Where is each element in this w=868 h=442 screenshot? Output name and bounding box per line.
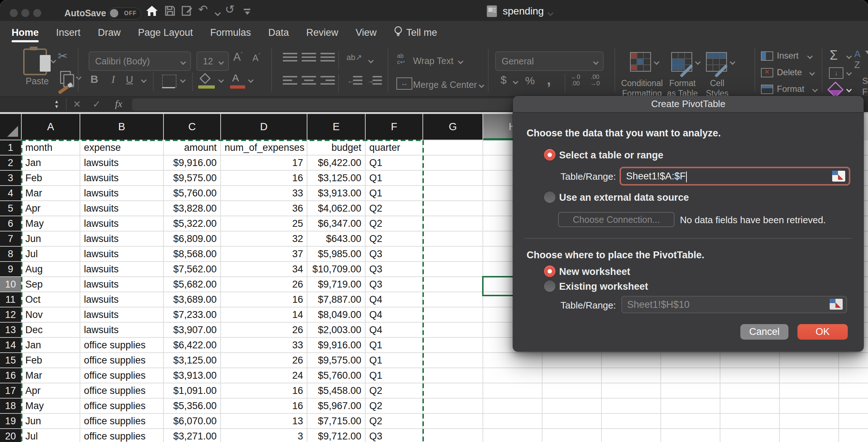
font-color-chevron-icon[interactable] <box>248 77 254 83</box>
align-left-icon[interactable] <box>283 75 297 86</box>
cell-A17[interactable]: Apr <box>22 383 80 399</box>
placement-range-input[interactable]: Sheet1!$H$10 <box>621 296 847 313</box>
merge-center-icon[interactable]: ↔ <box>396 77 412 90</box>
cell-E19[interactable]: $7,715.00 <box>307 414 366 429</box>
toolbar-options-chevron-icon[interactable] <box>245 12 250 15</box>
cell-M15[interactable] <box>780 353 839 368</box>
cell-D13[interactable]: 26 <box>221 323 307 338</box>
decrease-indent-icon[interactable]: ← <box>348 75 362 86</box>
row-header-5[interactable]: 5 <box>0 201 22 216</box>
cell-I18[interactable] <box>542 399 602 414</box>
format-cells-icon[interactable] <box>761 85 773 94</box>
tab-view[interactable]: View <box>356 27 376 38</box>
row-header-12[interactable]: 12 <box>0 307 22 323</box>
decrease-decimal-icon[interactable]: ←0 .00 <box>571 74 580 87</box>
tab-review[interactable]: Review <box>306 27 339 38</box>
sort-filter-button[interactable]: Sort <box>862 76 868 86</box>
insert-cells-button[interactable]: Insert <box>777 51 799 61</box>
column-header-G[interactable]: G <box>423 114 483 140</box>
align-top-icon[interactable] <box>283 52 297 63</box>
format-as-table-icon[interactable] <box>671 52 692 72</box>
cell-G16[interactable] <box>423 368 483 383</box>
cell-D16[interactable]: 24 <box>221 368 307 383</box>
cell-F16[interactable]: Q1 <box>366 368 423 383</box>
cell-B7[interactable]: lawsuits <box>80 231 164 247</box>
home-icon[interactable] <box>145 5 158 17</box>
format-cells-button[interactable]: Format <box>777 84 804 94</box>
cell-K20[interactable] <box>661 429 720 442</box>
cell-D1[interactable]: num_of_expenses <box>221 140 307 156</box>
row-header-4[interactable]: 4 <box>0 186 22 201</box>
cell-N15[interactable] <box>839 353 868 368</box>
cell-N17[interactable] <box>839 383 868 399</box>
cell-F3[interactable]: Q1 <box>366 171 423 186</box>
cell-B16[interactable]: office supplies <box>80 368 164 383</box>
fill-chevron-icon[interactable] <box>846 70 852 76</box>
cell-D6[interactable]: 25 <box>221 216 307 231</box>
cell-K16[interactable] <box>661 368 720 383</box>
undo-chevron-icon[interactable] <box>215 10 221 16</box>
cell-B14[interactable]: office supplies <box>80 338 164 353</box>
range-selector-icon[interactable] <box>830 299 843 310</box>
increase-font-icon[interactable]: Aˆ <box>233 51 243 64</box>
merge-center-chevron-icon[interactable] <box>479 82 485 88</box>
cell-A6[interactable]: May <box>22 216 80 231</box>
cell-E9[interactable]: $10,709.00 <box>307 262 366 277</box>
row-header-20[interactable]: 20 <box>0 429 22 442</box>
fill-color-icon[interactable] <box>199 73 210 84</box>
column-header-F[interactable]: F <box>366 114 423 140</box>
row-header-8[interactable]: 8 <box>0 247 22 262</box>
tab-formulas[interactable]: Formulas <box>210 27 251 38</box>
ok-button[interactable]: OK <box>797 324 848 340</box>
cell-A10[interactable]: Sep <box>22 277 80 292</box>
cell-F8[interactable]: Q3 <box>366 247 423 262</box>
number-format-select[interactable]: General <box>495 51 604 71</box>
autosave-toggle[interactable]: OFF <box>109 8 141 20</box>
copy-icon[interactable] <box>60 71 71 84</box>
cell-I19[interactable] <box>542 414 602 429</box>
cell-C4[interactable]: $5,760.00 <box>164 186 221 201</box>
column-header-C[interactable]: C <box>164 114 221 140</box>
cell-G4[interactable] <box>423 186 483 201</box>
sort-filter-button-line2[interactable]: Filte <box>862 87 868 97</box>
row-header-16[interactable]: 16 <box>0 368 22 383</box>
cell-B13[interactable]: lawsuits <box>80 323 164 338</box>
cut-icon[interactable]: ✂ <box>58 49 68 63</box>
cell-H19[interactable] <box>483 414 542 429</box>
cell-E20[interactable]: $9,712.00 <box>307 429 366 442</box>
choose-connection-button[interactable]: Choose Connection... <box>558 212 675 227</box>
orientation-icon[interactable]: ab↗ <box>346 53 362 62</box>
cell-F2[interactable]: Q1 <box>366 156 423 171</box>
currency-format-button[interactable]: $ <box>501 74 507 86</box>
cell-F20[interactable]: Q3 <box>366 429 423 442</box>
cell-D19[interactable]: 13 <box>221 414 307 429</box>
existing-worksheet-radio[interactable] <box>544 280 556 292</box>
align-bottom-icon[interactable] <box>320 52 335 63</box>
column-header-D[interactable]: D <box>221 114 307 140</box>
row-header-15[interactable]: 15 <box>0 353 22 368</box>
conditional-formatting-icon[interactable] <box>630 52 651 72</box>
cell-D14[interactable]: 33 <box>221 338 307 353</box>
cell-A11[interactable]: Oct <box>22 292 80 307</box>
cell-styles-icon[interactable] <box>706 52 727 72</box>
cell-C19[interactable]: $6,070.00 <box>164 414 221 429</box>
cell-K17[interactable] <box>661 383 720 399</box>
cell-C12[interactable]: $7,233.00 <box>164 307 221 323</box>
cell-C13[interactable]: $3,907.00 <box>164 323 221 338</box>
clear-icon[interactable] <box>827 81 843 98</box>
redo-icon[interactable]: ↺ <box>225 4 235 15</box>
paste-chevron-icon[interactable] <box>51 58 56 64</box>
cell-G6[interactable] <box>423 216 483 231</box>
cell-E6[interactable]: $6,347.00 <box>307 216 366 231</box>
cell-E10[interactable]: $9,719.00 <box>307 277 366 292</box>
cell-A5[interactable]: Apr <box>22 201 80 216</box>
cell-C18[interactable]: $5,356.00 <box>164 399 221 414</box>
cell-B4[interactable]: lawsuits <box>80 186 164 201</box>
font-size-select[interactable]: 12 <box>196 51 229 71</box>
cell-F5[interactable]: Q2 <box>366 201 423 216</box>
table-range-input[interactable]: Sheet1!$A:$F <box>620 167 850 186</box>
align-center-icon[interactable] <box>302 75 316 86</box>
cell-I15[interactable] <box>542 353 602 368</box>
cell-E18[interactable]: $5,967.00 <box>307 399 366 414</box>
cell-F11[interactable]: Q4 <box>366 292 423 307</box>
